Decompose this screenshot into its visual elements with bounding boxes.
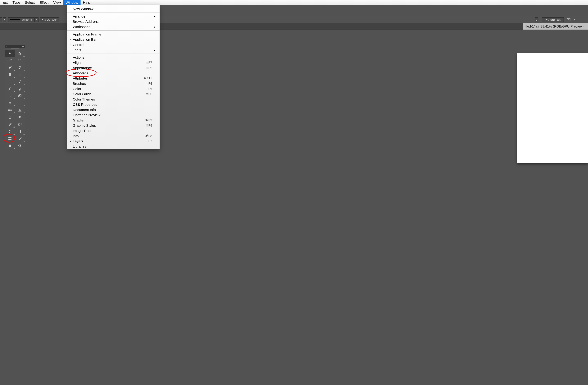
- menu-item-tools[interactable]: Tools▶: [67, 47, 160, 52]
- perspective-grid-tool[interactable]: [15, 107, 25, 114]
- svg-point-48: [19, 144, 21, 146]
- shape-builder-tool[interactable]: [5, 107, 15, 114]
- menu-item-flattener-preview[interactable]: Flattener Preview: [67, 112, 160, 118]
- blend-tool-icon: [18, 122, 22, 126]
- blend-tool[interactable]: [15, 121, 25, 128]
- menu-effect[interactable]: Effect: [37, 0, 51, 5]
- menu-item-workspace[interactable]: Workspace▶: [67, 24, 160, 29]
- artboard-tool[interactable]: [5, 135, 15, 142]
- flyout-indicator-icon: [14, 134, 15, 135]
- menu-item-application-bar[interactable]: ✓Application Bar: [67, 37, 160, 42]
- menu-item-label: Color Guide: [72, 92, 140, 96]
- menu-item-label: Workspace: [72, 25, 140, 29]
- separator: [7, 17, 7, 22]
- artboard[interactable]: [517, 53, 588, 163]
- control-bar-left-caret-icon[interactable]: ▾: [3, 17, 6, 22]
- magic-wand-tool-icon: [8, 59, 12, 62]
- menu-item-color[interactable]: ✓ColorF6: [67, 86, 160, 91]
- menu-item-label: Control: [72, 43, 140, 47]
- eraser-tool[interactable]: [15, 85, 25, 92]
- hand-tool[interactable]: [5, 142, 15, 149]
- free-transform-tool[interactable]: [15, 99, 25, 107]
- document-tab[interactable]: tled-1* @ 88.41% (RGB/GPU Preview): [523, 23, 588, 30]
- menu-select[interactable]: Select: [23, 0, 37, 5]
- gradient-tool[interactable]: [15, 114, 25, 121]
- flyout-indicator-icon: [23, 70, 24, 71]
- flyout-indicator-icon: [23, 91, 24, 92]
- check-icon: ✓: [69, 43, 72, 47]
- svg-rect-18: [21, 102, 21, 102]
- slice-tool[interactable]: [15, 135, 25, 142]
- width-tool-icon: [8, 101, 12, 105]
- stroke-style-field[interactable]: Uniform: [8, 17, 34, 22]
- zoom-tool[interactable]: [15, 142, 25, 149]
- brush-preset-field[interactable]: 3 pt. Roun: [40, 17, 59, 22]
- menu-ect[interactable]: ect: [1, 0, 10, 5]
- menu-window[interactable]: Window: [63, 0, 81, 5]
- menu-help[interactable]: Help: [81, 0, 92, 5]
- symbol-sprayer-tool[interactable]: [5, 128, 15, 135]
- menu-item-brushes[interactable]: BrushesF5: [67, 81, 160, 86]
- menu-item-arrange[interactable]: Arrange▶: [67, 14, 160, 19]
- width-tool[interactable]: [5, 99, 15, 107]
- menu-item-browse-add-ons[interactable]: Browse Add-ons...: [67, 19, 160, 24]
- svg-point-34: [11, 131, 11, 131]
- menu-item-new-window[interactable]: New Window: [67, 6, 160, 11]
- eyedropper-tool[interactable]: [5, 121, 15, 128]
- menu-divider: [67, 30, 160, 31]
- pen-tool[interactable]: [5, 64, 15, 71]
- direct-selection-tool-icon: [18, 51, 22, 55]
- menu-type[interactable]: Type: [10, 0, 23, 5]
- flyout-indicator-icon: [14, 70, 15, 71]
- preferences-button[interactable]: Preferences: [542, 17, 564, 22]
- menu-item-image-trace[interactable]: Image Trace: [67, 128, 160, 133]
- mesh-tool-icon: [8, 115, 12, 119]
- menu-item-color-guide[interactable]: Color Guide⇧F3: [67, 91, 160, 97]
- menu-item-label: Color: [72, 87, 140, 91]
- line-segment-tool[interactable]: [15, 71, 25, 78]
- palette-collapse-icon[interactable]: ◂◂: [22, 45, 24, 47]
- menu-item-color-themes[interactable]: Color Themes: [67, 97, 160, 102]
- paintbrush-tool[interactable]: [15, 78, 25, 85]
- menu-item-shortcut: ⇧F3: [140, 92, 152, 96]
- palette-close-icon[interactable]: ×: [6, 45, 7, 47]
- menu-item-layers[interactable]: ✓LayersF7: [67, 138, 160, 144]
- magic-wand-tool[interactable]: [5, 57, 15, 64]
- menu-item-graphic-styles[interactable]: Graphic Styles⇧F5: [67, 123, 160, 128]
- rectangle-tool[interactable]: [5, 78, 15, 85]
- menu-item-info[interactable]: Info⌘F8: [67, 133, 160, 138]
- type-tool[interactable]: [5, 71, 15, 78]
- selection-tool[interactable]: [5, 50, 15, 57]
- menu-item-gradient[interactable]: Gradient⌘F9: [67, 118, 160, 123]
- column-graph-tool[interactable]: [15, 128, 25, 135]
- menu-item-attributes[interactable]: Attributes⌘F11: [67, 76, 160, 81]
- rotate-tool[interactable]: [5, 92, 15, 99]
- menu-item-css-properties[interactable]: CSS Properties: [67, 102, 160, 107]
- svg-rect-10: [9, 81, 11, 83]
- pencil-tool[interactable]: [5, 85, 15, 92]
- control-bar-left-truncated: t: [0, 17, 2, 22]
- palette-header[interactable]: × ◂◂: [5, 45, 25, 48]
- menu-item-control[interactable]: ✓Control: [67, 42, 160, 47]
- stroke-style-caret-icon[interactable]: ▾: [34, 17, 38, 22]
- scale-tool[interactable]: [15, 92, 25, 99]
- menu-item-shortcut: ⌘F9: [140, 118, 152, 122]
- prefs-caret-icon[interactable]: ▾: [574, 19, 575, 21]
- curvature-tool[interactable]: [15, 64, 25, 71]
- flyout-indicator-icon: [23, 141, 24, 142]
- menu-item-align[interactable]: Align⇧F7: [67, 60, 160, 65]
- menu-item-actions[interactable]: Actions: [67, 55, 160, 60]
- menu-view[interactable]: View: [51, 0, 63, 5]
- menu-item-application-frame[interactable]: Application Frame: [67, 32, 160, 37]
- tool-palette: × ◂◂: [5, 45, 25, 149]
- menu-item-document-info[interactable]: Document Info: [67, 107, 160, 112]
- palette-grip[interactable]: [5, 48, 25, 50]
- panel-toggle-icon[interactable]: [566, 17, 571, 22]
- menu-item-appearance[interactable]: Appearance⇧F6: [67, 65, 160, 70]
- menu-item-shortcut: ⌘F8: [140, 134, 152, 138]
- direct-selection-tool[interactable]: [15, 50, 25, 57]
- menu-item-libraries[interactable]: Libraries: [67, 144, 160, 149]
- menu-item-artboards[interactable]: Artboards: [67, 70, 160, 76]
- mesh-tool[interactable]: [5, 114, 15, 121]
- lasso-tool[interactable]: [15, 57, 25, 64]
